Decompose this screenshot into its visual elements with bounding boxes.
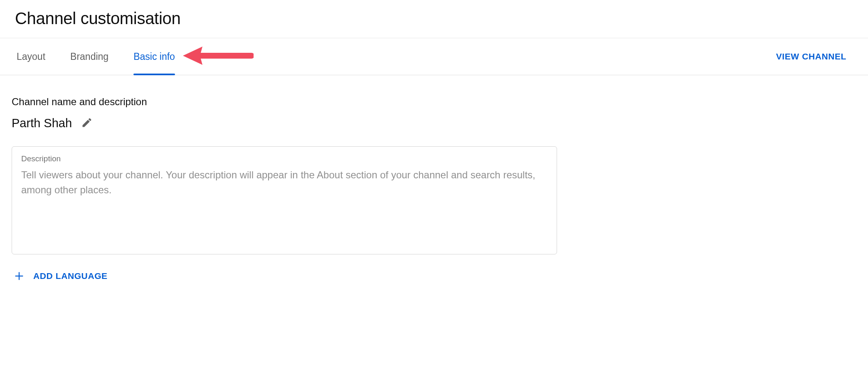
page-title: Channel customisation <box>0 0 868 38</box>
add-language-label: ADD LANGUAGE <box>33 271 108 281</box>
channel-name-row: Parth Shah <box>12 115 856 131</box>
tab-bar: Layout Branding Basic info VIEW CHANNEL <box>0 38 868 75</box>
plus-icon <box>13 270 25 282</box>
main-content: Channel name and description Parth Shah … <box>0 75 868 300</box>
description-input[interactable]: Description Tell viewers about your chan… <box>12 146 557 254</box>
pencil-icon <box>81 117 93 130</box>
section-heading: Channel name and description <box>12 96 856 108</box>
description-label: Description <box>21 154 547 163</box>
view-channel-button[interactable]: VIEW CHANNEL <box>771 48 851 65</box>
tab-actions: VIEW CHANNEL <box>771 48 851 65</box>
annotation-arrow-icon <box>181 43 254 70</box>
channel-name: Parth Shah <box>12 116 72 130</box>
tab-branding[interactable]: Branding <box>70 38 108 75</box>
description-placeholder: Tell viewers about your channel. Your de… <box>21 168 537 197</box>
tab-layout[interactable]: Layout <box>17 38 45 75</box>
tab-basic-info[interactable]: Basic info <box>133 38 175 75</box>
tabs: Layout Branding Basic info <box>17 38 175 75</box>
edit-name-button[interactable] <box>79 115 94 131</box>
add-language-button[interactable]: ADD LANGUAGE <box>12 269 856 284</box>
